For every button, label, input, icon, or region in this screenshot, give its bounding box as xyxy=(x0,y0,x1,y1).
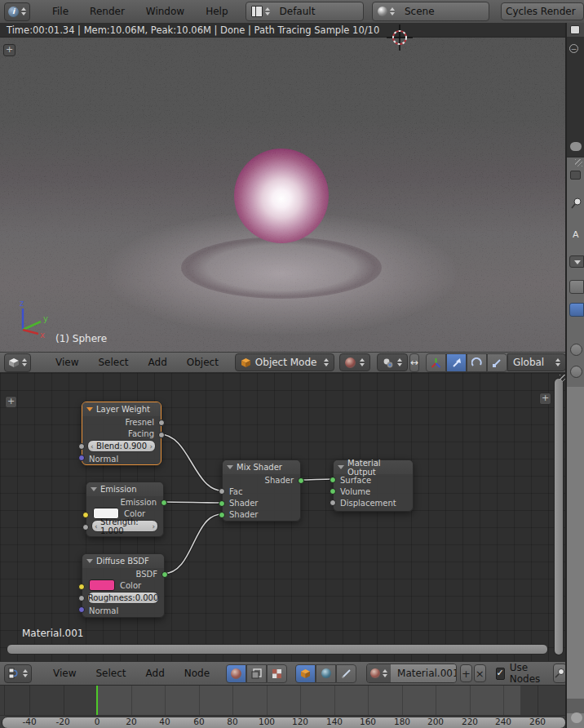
rotate-manipulator-toggle[interactable] xyxy=(467,353,487,372)
node-header[interactable]: Layer Weight xyxy=(82,402,161,416)
socket-out-bsdf[interactable] xyxy=(161,571,168,578)
socket-in-normal[interactable] xyxy=(78,606,85,613)
node-material-output[interactable]: Material Output Surface Volume Displacem… xyxy=(333,459,414,512)
editor-type-button-info[interactable]: i xyxy=(4,2,30,21)
use-nodes-checkbox[interactable]: ✓ xyxy=(496,668,505,680)
translate-manipulator-toggle[interactable] xyxy=(446,353,467,372)
vertical-scrollbar[interactable] xyxy=(554,378,564,655)
dropdown-fragment[interactable] xyxy=(569,255,584,268)
menu-select[interactable]: Select xyxy=(86,664,135,683)
collapse-triangle-icon[interactable] xyxy=(338,465,344,469)
menu-file[interactable]: File xyxy=(42,0,79,23)
tree-type-node-toggle[interactable] xyxy=(246,664,267,683)
socket-in-color[interactable] xyxy=(78,584,85,590)
menu-add[interactable]: Add xyxy=(136,664,175,683)
shader-type-linestyle-toggle[interactable] xyxy=(336,664,356,683)
menu-help[interactable]: Help xyxy=(195,0,238,23)
frame-tick: 80 xyxy=(227,717,237,727)
menu-window[interactable]: Window xyxy=(135,0,195,23)
socket-in-fac[interactable] xyxy=(219,488,225,495)
roughness-slider[interactable]: Roughness:0.000 xyxy=(87,592,159,604)
collapse-circle-icon[interactable]: − xyxy=(569,44,578,53)
socket-in-shader-1[interactable] xyxy=(219,500,225,507)
blend-slider[interactable]: Blend: 0.900 xyxy=(87,440,156,452)
node-header[interactable]: Emission xyxy=(86,482,163,496)
manipulator-toggle[interactable] xyxy=(426,353,446,372)
cursor-3d-icon xyxy=(387,24,413,51)
render-engine-selector[interactable]: Cycles Render xyxy=(501,2,584,20)
mode-selector[interactable]: Object Mode xyxy=(235,353,334,371)
socket-in-displacement[interactable] xyxy=(330,499,336,506)
timeline[interactable]: -40 -20 0 20 40 60 80 100 120 140 160 18… xyxy=(0,686,567,728)
slider-cap-fragment[interactable] xyxy=(570,344,582,356)
node-layer-weight[interactable]: Layer Weight Fresnel Facing Blend: 0.900… xyxy=(82,402,161,465)
transform-orientation-selector[interactable]: Global xyxy=(507,353,566,371)
menu-add[interactable]: Add xyxy=(139,353,177,372)
socket-out-facing[interactable] xyxy=(158,432,165,438)
node-header[interactable]: Mix Shader xyxy=(223,460,300,474)
node-diffuse-bsdf[interactable]: Diffuse BSDF BSDF Color Roughness:0.000 … xyxy=(82,553,165,618)
socket-in-shader-2[interactable] xyxy=(219,512,225,518)
editor-type-button-3dview[interactable] xyxy=(4,353,31,372)
current-frame-marker[interactable] xyxy=(96,686,98,715)
horizontal-scrollbar[interactable] xyxy=(7,644,548,655)
area-corner-widget[interactable] xyxy=(575,159,582,166)
manipulate-center-points-toggle[interactable]: ↔ xyxy=(409,353,419,372)
button-fragment[interactable] xyxy=(569,280,584,294)
screen-layout-selector[interactable]: Default + × xyxy=(246,2,364,21)
screen-layout-value: Default xyxy=(273,6,364,17)
tree-type-material-toggle[interactable] xyxy=(226,664,246,683)
socket-in-strength[interactable] xyxy=(82,524,89,530)
node-mix-shader[interactable]: Mix Shader Shader Fac Shader Shader xyxy=(222,459,301,522)
node-header[interactable]: Diffuse BSDF xyxy=(82,554,164,568)
collapse-triangle-icon[interactable] xyxy=(91,487,97,491)
menu-node[interactable]: Node xyxy=(175,664,219,683)
collapse-triangle-icon[interactable] xyxy=(86,559,93,563)
node-emission[interactable]: Emission Emission Color Strength: 1.000 xyxy=(86,482,164,537)
node-header[interactable]: Material Output xyxy=(334,460,413,474)
menu-render[interactable]: Render xyxy=(79,0,135,23)
scale-manipulator-toggle[interactable] xyxy=(487,353,507,372)
socket-out-shader[interactable] xyxy=(298,477,304,484)
pivot-point-selector[interactable] xyxy=(377,353,408,371)
editor-type-button-node[interactable] xyxy=(4,664,32,683)
socket-in-normal[interactable] xyxy=(78,455,85,461)
diffuse-color-swatch[interactable] xyxy=(89,579,115,591)
strength-slider[interactable]: Strength: 1.000 xyxy=(91,520,158,532)
menu-object[interactable]: Object xyxy=(177,353,228,372)
new-material-button[interactable]: + xyxy=(460,664,472,682)
collapse-triangle-icon[interactable] xyxy=(86,407,93,411)
tree-type-texture-toggle[interactable] xyxy=(267,664,287,683)
menu-view[interactable]: View xyxy=(43,664,86,683)
shader-type-world-toggle[interactable] xyxy=(316,664,336,683)
expand-region-button[interactable]: + xyxy=(5,396,17,408)
unlink-material-button[interactable]: × xyxy=(474,664,486,682)
socket-in-blend[interactable] xyxy=(78,443,85,450)
menu-select[interactable]: Select xyxy=(88,353,138,372)
expand-region-button[interactable]: + xyxy=(539,393,551,405)
socket-out-emission[interactable] xyxy=(161,499,167,506)
viewport-3d[interactable]: Time:00:01.34 | Mem:10.06M, Peak:10.06M … xyxy=(0,23,567,352)
material-name-field[interactable]: Material.001 xyxy=(391,664,457,682)
material-datablock-selector[interactable]: Material.001 F xyxy=(366,664,457,683)
timeline-scrollbar[interactable] xyxy=(2,717,566,728)
scrollbar-cap[interactable] xyxy=(570,142,582,151)
socket-in-roughness[interactable] xyxy=(78,595,85,601)
socket-in-color[interactable] xyxy=(82,512,89,518)
slider-cap-fragment[interactable] xyxy=(570,366,582,378)
expand-region-button[interactable]: + xyxy=(3,44,15,56)
scrollbar-cap[interactable] xyxy=(571,712,582,723)
frame-tick: 180 xyxy=(394,717,410,727)
socket-in-volume[interactable] xyxy=(330,488,336,495)
menu-view[interactable]: View xyxy=(46,353,88,372)
scene-selector[interactable]: Scene + × xyxy=(372,2,489,21)
highlighted-button-fragment[interactable] xyxy=(569,303,584,317)
socket-out-fresnel[interactable] xyxy=(158,419,165,426)
socket-in-surface[interactable] xyxy=(330,477,336,483)
node-editor[interactable]: Layer Weight Fresnel Facing Blend: 0.900… xyxy=(0,373,567,661)
pin-icon[interactable] xyxy=(570,197,582,210)
viewport-shading-selector[interactable] xyxy=(339,353,370,371)
collapse-triangle-icon[interactable] xyxy=(227,465,233,469)
shader-type-object-toggle[interactable] xyxy=(295,664,316,683)
panel-tab-fragment[interactable]: A xyxy=(573,229,579,240)
